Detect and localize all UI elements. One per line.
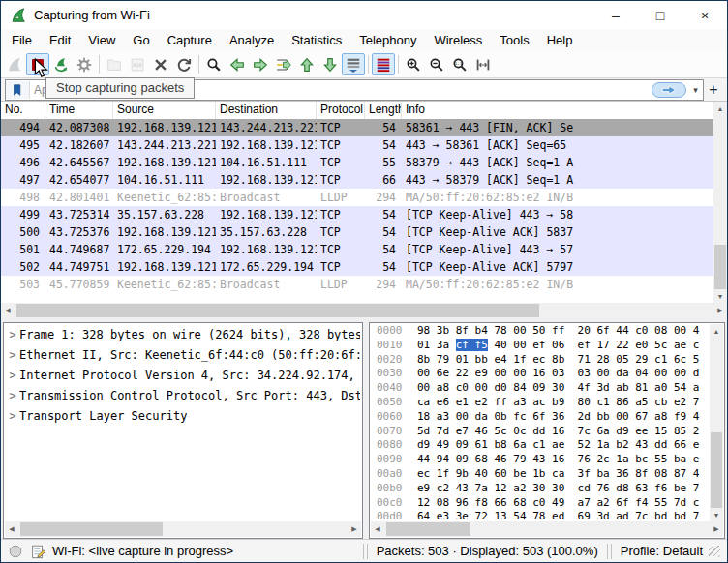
menu-capture[interactable]: Capture <box>159 29 221 51</box>
menu-edit[interactable]: Edit <box>41 29 79 51</box>
scroll-up-arrow-icon[interactable]: ▲ <box>710 324 723 338</box>
go-next-packet-button[interactable] <box>249 53 272 75</box>
detail-line[interactable]: >Frame 1: 328 bytes on wire (2624 bits),… <box>6 325 360 345</box>
packet-row-498[interactable]: 49842.801401Keenetic_62:85:e2BroadcastLL… <box>1 189 713 206</box>
start-capture-button[interactable] <box>3 53 26 75</box>
packet-row-501[interactable]: 50144.749687172.65.229.194192.168.139.12… <box>1 241 713 258</box>
hex-horizontal-scrollbar[interactable]: ◀ ▶ <box>371 521 723 537</box>
hex-row-0050[interactable]: 0050ca e6 e1 e2 ff a3 ac b9 80 c1 86 a5 … <box>370 396 711 410</box>
add-filter-button[interactable]: + <box>704 81 723 99</box>
column-header-time[interactable]: Time <box>46 102 113 119</box>
packet-row-500[interactable]: 50043.725376192.168.139.12135.157.63.228… <box>1 223 713 241</box>
packet-list-vertical-scrollbar[interactable]: ▲ ▼ <box>713 102 727 303</box>
column-header-destination[interactable]: Destination <box>216 102 317 119</box>
close-capture-file-button[interactable] <box>149 53 172 75</box>
scroll-right-arrow-icon[interactable]: ▶ <box>713 304 727 317</box>
resize-grip[interactable] <box>709 546 720 557</box>
column-header-length[interactable]: Length <box>365 102 402 119</box>
scroll-right-arrow-icon[interactable]: ▶ <box>710 522 723 536</box>
reload-capture-file-button[interactable] <box>172 53 196 75</box>
scroll-left-arrow-icon[interactable]: ◀ <box>371 522 384 536</box>
hex-row-0000[interactable]: 000098 3b 8f b4 78 00 50 ff 20 6f 44 c0 … <box>370 324 711 339</box>
packet-row-503[interactable]: 50345.770859Keenetic_62:85:e2BroadcastLL… <box>1 276 713 293</box>
scroll-left-arrow-icon[interactable]: ◀ <box>1 304 15 317</box>
go-first-packet-button[interactable] <box>295 53 318 75</box>
menu-statistics[interactable]: Statistics <box>283 29 350 51</box>
packet-row-494[interactable]: 49442.087308192.168.139.121143.244.213.2… <box>1 119 713 136</box>
detail-line[interactable]: >Internet Protocol Version 4, Src: 34.22… <box>6 366 360 386</box>
menu-tools[interactable]: Tools <box>491 29 537 51</box>
scroll-down-arrow-icon[interactable]: ▼ <box>710 508 723 521</box>
go-last-packet-button[interactable] <box>318 53 342 75</box>
expert-info-led-icon[interactable] <box>8 544 23 559</box>
hex-row-0090[interactable]: 009044 94 09 68 46 79 43 16 76 2c 1a bc … <box>370 453 711 467</box>
packet-row-502[interactable]: 50244.749751192.168.139.121172.65.229.19… <box>1 258 713 276</box>
hex-row-0080[interactable]: 0080d9 49 09 61 b8 6a c1 ae 52 1a b2 43 … <box>370 438 711 453</box>
filter-bookmark-button[interactable] <box>6 81 30 99</box>
packet-row-499[interactable]: 49943.72531435.157.63.228192.168.139.121… <box>1 206 713 223</box>
expand-icon[interactable]: > <box>6 345 19 366</box>
menu-help[interactable]: Help <box>538 29 582 51</box>
expand-icon[interactable]: > <box>6 406 19 427</box>
hex-row-0070[interactable]: 00705d 7d e7 46 5c 0c dd 16 7c 6a d9 ee … <box>370 425 711 439</box>
hex-row-00b0[interactable]: 00b0e9 c2 43 7a 12 a2 30 30 cd 76 d8 63 … <box>370 482 711 496</box>
profile-text[interactable]: Profile: Default <box>621 544 703 558</box>
menu-telephony[interactable]: Telephony <box>350 29 425 51</box>
save-capture-file-button[interactable]: 010 <box>126 53 149 75</box>
auto-scroll-toggle-button[interactable] <box>342 53 365 75</box>
minimize-button[interactable]: – <box>593 1 638 29</box>
hex-row-00d0[interactable]: 00d064 e3 3e 72 13 54 78 ed 69 3d ad 7c … <box>370 510 711 521</box>
resize-columns-button[interactable] <box>471 53 495 75</box>
zoom-in-button[interactable] <box>402 53 425 75</box>
packet-row-495[interactable]: 49542.182607143.244.213.221192.168.139.1… <box>1 136 713 154</box>
packet-list-horizontal-scrollbar[interactable]: ◀ ▶ <box>1 303 727 318</box>
find-packet-button[interactable] <box>202 53 226 75</box>
apply-filter-button[interactable] <box>652 82 686 98</box>
expand-icon[interactable]: > <box>6 366 19 386</box>
packet-row-496[interactable]: 49642.645567192.168.139.121104.16.51.111… <box>1 154 713 171</box>
hex-vertical-scrollbar[interactable]: ▲ ▼ <box>710 324 723 521</box>
go-previous-packet-button[interactable] <box>226 53 249 75</box>
column-header-source[interactable]: Source <box>113 102 216 119</box>
scroll-down-arrow-icon[interactable]: ▼ <box>713 289 727 303</box>
scrollbar-thumb[interactable] <box>16 304 539 317</box>
detail-line[interactable]: >Ethernet II, Src: Keenetic_6f:44:c0 (50… <box>6 345 360 366</box>
menu-analyze[interactable]: Analyze <box>221 29 283 51</box>
scroll-right-arrow-icon[interactable]: ▶ <box>348 522 361 536</box>
packet-row-497[interactable]: 49742.654077104.16.51.111192.168.139.121… <box>1 171 713 189</box>
close-button[interactable]: × <box>682 1 727 29</box>
menu-file[interactable]: File <box>3 29 41 51</box>
hex-row-0030[interactable]: 003000 6e 22 e9 00 00 16 03 03 00 da 04 … <box>370 367 711 381</box>
filter-dropdown-caret[interactable]: ▾ <box>688 85 703 95</box>
expand-icon[interactable]: > <box>6 325 19 345</box>
menu-go[interactable]: Go <box>124 29 158 51</box>
scrollbar-thumb[interactable] <box>20 522 163 536</box>
zoom-out-button[interactable] <box>425 53 448 75</box>
detail-line[interactable]: >Transport Layer Security <box>6 406 360 427</box>
scroll-up-arrow-icon[interactable]: ▲ <box>713 102 727 115</box>
hex-row-0010[interactable]: 001001 3a cf f5 40 00 ef 06 ef 17 22 e0 … <box>370 339 711 353</box>
column-header-info[interactable]: Info <box>402 102 713 119</box>
open-capture-file-button[interactable] <box>103 53 126 75</box>
restart-capture-button[interactable] <box>49 53 73 75</box>
detail-line[interactable]: >Transmission Control Protocol, Src Port… <box>6 386 360 406</box>
capture-options-button[interactable] <box>73 53 96 75</box>
hex-row-0060[interactable]: 006018 a3 00 da 0b fc 6f 36 2d bb 00 67 … <box>370 410 711 425</box>
scrollbar-thumb[interactable] <box>711 432 722 508</box>
menu-view[interactable]: View <box>79 29 124 51</box>
maximize-button[interactable]: □ <box>638 1 682 29</box>
hex-row-0020[interactable]: 00208b 79 01 bb e4 1f ec 8b 71 28 05 29 … <box>370 353 711 368</box>
scrollbar-thumb[interactable] <box>714 245 726 289</box>
expand-icon[interactable]: > <box>6 386 19 406</box>
column-header-protocol[interactable]: Protocol <box>317 102 365 119</box>
go-to-packet-button[interactable] <box>272 53 295 75</box>
column-header-no[interactable]: No. <box>1 102 46 119</box>
scroll-left-arrow-icon[interactable]: ◀ <box>5 522 18 536</box>
scrollbar-thumb[interactable] <box>386 522 470 536</box>
details-horizontal-scrollbar[interactable]: ◀ ▶ <box>5 521 361 537</box>
hex-row-0040[interactable]: 004000 a8 c0 00 d0 84 09 30 4f 3d ab 81 … <box>370 381 711 396</box>
capture-comment-icon[interactable] <box>30 544 46 559</box>
hex-row-00c0[interactable]: 00c012 08 96 f8 66 68 c0 49 a7 a2 6f f4 … <box>370 496 711 511</box>
zoom-reset-button[interactable]: 1:1 <box>448 53 471 75</box>
colorize-toggle-button[interactable] <box>372 53 395 75</box>
